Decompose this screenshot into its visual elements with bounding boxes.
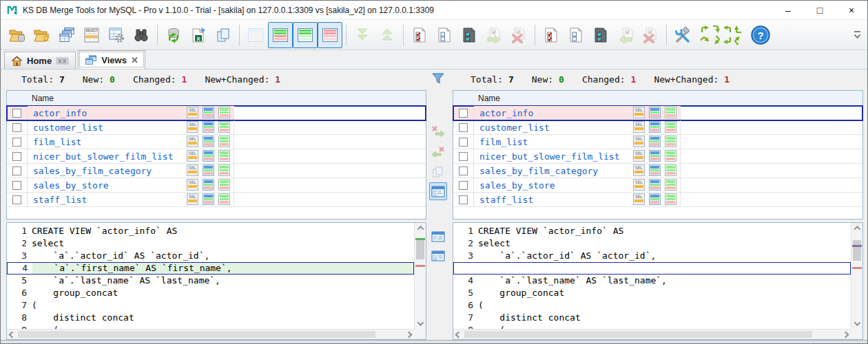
right-invert-checks-button[interactable] xyxy=(588,22,613,48)
name-column-header[interactable]: Name xyxy=(7,91,426,106)
filter-diff-button[interactable] xyxy=(268,22,293,48)
select-script-icon[interactable]: SEL xyxy=(187,193,198,205)
row-checkbox[interactable] xyxy=(459,152,468,161)
scroll-thumb[interactable] xyxy=(416,240,424,259)
view-row-sales-by-film-category[interactable]: sales_by_film_category SEL xyxy=(453,164,862,178)
diff-marker-red[interactable] xyxy=(852,267,862,269)
view-data-icon[interactable] xyxy=(649,121,661,133)
name-column-header[interactable]: Name xyxy=(453,91,862,106)
left-invert-checks-button[interactable] xyxy=(457,22,482,48)
align-scripts-button[interactable] xyxy=(429,228,447,246)
scroll-thumb[interactable] xyxy=(853,240,861,261)
data-diff-icon[interactable] xyxy=(665,121,676,133)
data-diff-icon[interactable] xyxy=(218,121,230,133)
select-script-icon[interactable]: SEL xyxy=(633,193,645,205)
data-diff-icon[interactable] xyxy=(218,164,230,176)
sync-arrows-grid[interactable] xyxy=(701,25,743,45)
filter-all-button[interactable] xyxy=(243,22,268,48)
help-button[interactable]: ? xyxy=(748,22,773,48)
view-data-icon[interactable] xyxy=(203,164,214,176)
horizontal-scrollbar[interactable] xyxy=(7,329,414,339)
minimize-button[interactable]: – xyxy=(772,1,804,19)
tab-views[interactable]: Views ✕ xyxy=(78,50,145,69)
scroll-thumb[interactable] xyxy=(18,331,375,338)
row-checkbox[interactable] xyxy=(12,152,21,161)
view-row-customer-list[interactable]: customer_list SEL xyxy=(7,120,426,135)
select-script-icon[interactable]: SEL xyxy=(187,150,198,162)
script-view-toggle-button[interactable] xyxy=(429,182,447,200)
select-script-icon[interactable]: SEL xyxy=(633,179,645,191)
row-checkbox[interactable] xyxy=(12,138,21,147)
row-checkbox[interactable] xyxy=(12,123,21,132)
copy-script-button[interactable] xyxy=(429,163,447,181)
scroll-down-icon[interactable] xyxy=(854,319,861,326)
view-data-icon[interactable] xyxy=(203,193,214,205)
close-button[interactable]: × xyxy=(836,1,867,19)
view-data-icon[interactable] xyxy=(203,136,214,147)
select-script-icon[interactable]: SEL xyxy=(187,164,198,176)
select-script-icon[interactable]: SEL xyxy=(633,107,645,118)
view-data-icon[interactable] xyxy=(649,179,661,191)
toolbar-overflow-button[interactable] xyxy=(851,31,863,39)
tab-home[interactable]: Home xx xyxy=(4,52,76,69)
left-copy-selected-button[interactable] xyxy=(482,22,506,48)
view-row-staff-list[interactable]: staff_list SEL xyxy=(7,193,426,207)
view-row-actor-info[interactable]: actor_info SEL xyxy=(7,106,426,120)
row-checkbox[interactable] xyxy=(459,195,468,204)
copy-selected-right-button[interactable] xyxy=(429,122,447,140)
view-data-icon[interactable] xyxy=(649,193,661,205)
view-data-icon[interactable] xyxy=(203,179,214,191)
vertical-scrollbar[interactable] xyxy=(851,223,862,329)
select-script-icon[interactable]: SEL xyxy=(633,164,645,176)
row-checkbox[interactable] xyxy=(459,123,468,132)
scroll-right-icon[interactable] xyxy=(406,332,413,338)
view-row-sales-by-store[interactable]: sales_by_store SEL xyxy=(453,178,862,193)
previous-difference-button[interactable] xyxy=(375,22,400,48)
select-script-icon[interactable]: SEL xyxy=(187,107,198,118)
left-sql-code[interactable]: 1CREATE VIEW `actor_info` AS 2select 3 `… xyxy=(7,223,414,329)
left-uncheck-all-button[interactable] xyxy=(432,22,457,48)
view-data-icon[interactable] xyxy=(203,107,214,118)
view-row-sales-by-store[interactable]: sales_by_store SEL xyxy=(7,178,426,193)
tools-button[interactable] xyxy=(670,22,695,48)
select-script-icon[interactable]: SEL xyxy=(187,136,198,147)
select-script-icon[interactable]: SEL xyxy=(633,121,645,133)
object-options-button[interactable] xyxy=(104,22,129,48)
view-row-nicer-but-slower-film-list[interactable]: nicer_but_slower_film_list SEL xyxy=(7,149,426,164)
filter-new-button[interactable] xyxy=(293,22,318,48)
row-checkbox[interactable] xyxy=(12,109,21,118)
right-copy-selected-button[interactable] xyxy=(613,22,638,48)
data-diff-icon[interactable] xyxy=(665,150,676,162)
open-recent-button[interactable] xyxy=(30,22,54,48)
find-button[interactable] xyxy=(129,22,154,48)
diff-marker-purple[interactable] xyxy=(852,245,862,247)
right-drop-selected-button[interactable] xyxy=(638,22,663,48)
view-data-icon[interactable] xyxy=(203,150,214,162)
refresh-button[interactable] xyxy=(161,22,186,48)
compare-scripts-button[interactable] xyxy=(429,247,447,265)
right-uncheck-all-button[interactable] xyxy=(564,22,588,48)
data-diff-icon[interactable] xyxy=(665,179,676,191)
row-checkbox[interactable] xyxy=(12,181,21,190)
view-data-icon[interactable] xyxy=(649,150,661,162)
row-checkbox[interactable] xyxy=(12,195,21,204)
view-data-icon[interactable] xyxy=(649,164,661,176)
next-difference-button[interactable] xyxy=(350,22,375,48)
data-diff-icon[interactable] xyxy=(665,193,676,205)
copy-button[interactable] xyxy=(211,22,236,48)
view-row-staff-list[interactable]: staff_list SEL xyxy=(453,193,862,207)
data-diff-icon[interactable] xyxy=(218,107,230,118)
row-checkbox[interactable] xyxy=(459,138,468,147)
left-check-changed-button[interactable] xyxy=(407,22,432,48)
right-sql-code[interactable]: 1CREATE VIEW `actor_info` AS 2select 3 `… xyxy=(453,223,851,329)
data-diff-icon[interactable] xyxy=(665,136,676,147)
scroll-left-icon[interactable] xyxy=(9,332,16,338)
schema-objects-button[interactable] xyxy=(54,22,79,48)
data-diff-icon[interactable] xyxy=(218,150,230,162)
filter-button[interactable] xyxy=(429,69,447,87)
data-diff-icon[interactable] xyxy=(665,107,676,118)
view-row-sales-by-film-category[interactable]: sales_by_film_category SEL xyxy=(7,164,426,178)
view-row-film-list[interactable]: film_list SEL xyxy=(7,135,426,149)
row-checkbox[interactable] xyxy=(459,166,468,175)
select-script-icon[interactable]: SEL xyxy=(187,179,198,191)
